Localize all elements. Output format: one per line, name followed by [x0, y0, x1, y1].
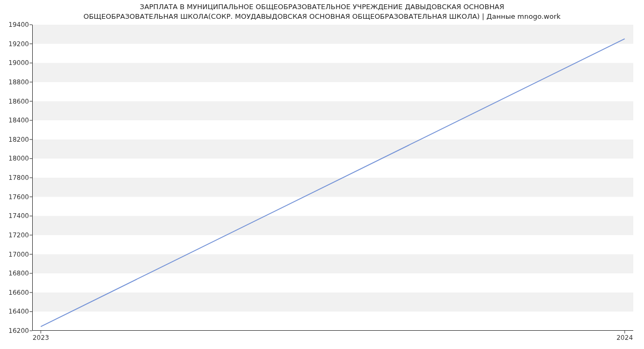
chart-title: ЗАРПЛАТА В МУНИЦИПАЛЬНОЕ ОБЩЕОБРАЗОВАТЕЛ…	[0, 2, 644, 21]
svg-rect-5	[32, 101, 633, 121]
y-tick-label: 18600	[3, 98, 29, 105]
line-chart: ЗАРПЛАТА В МУНИЦИПАЛЬНОЕ ОБЩЕОБРАЗОВАТЕЛ…	[0, 0, 644, 349]
x-tick-label: 2024	[617, 334, 633, 341]
y-tick-label: 19200	[3, 40, 29, 48]
y-tick-label: 17200	[3, 231, 29, 239]
y-tick-label: 16800	[3, 270, 29, 277]
y-tick-label: 18200	[3, 136, 29, 143]
y-tick-label: 17800	[3, 174, 29, 181]
y-tick-label: 16400	[3, 308, 29, 315]
y-tick-label: 17600	[3, 193, 29, 201]
x-tick-label: 2023	[33, 334, 49, 341]
svg-rect-1	[32, 255, 633, 274]
svg-rect-4	[32, 140, 633, 159]
y-tick-label: 18400	[3, 117, 29, 124]
svg-rect-0	[32, 293, 633, 312]
y-tick-label: 17400	[3, 212, 29, 220]
y-tick-label: 19000	[3, 59, 29, 67]
y-tick-label: 18800	[3, 78, 29, 86]
y-tick-label: 16200	[3, 327, 29, 335]
y-tick-label: 19400	[3, 21, 29, 28]
svg-rect-2	[32, 216, 633, 235]
plot-svg	[32, 25, 633, 331]
svg-rect-3	[32, 178, 633, 197]
y-tick-label: 17000	[3, 251, 29, 258]
svg-rect-7	[32, 25, 633, 44]
y-tick-label: 18000	[3, 155, 29, 162]
plot-area	[32, 25, 633, 331]
y-tick-label: 16600	[3, 289, 29, 296]
